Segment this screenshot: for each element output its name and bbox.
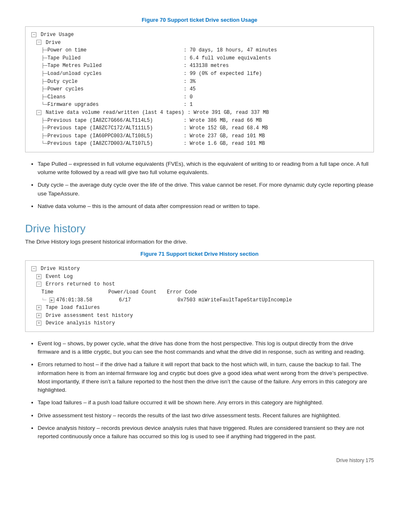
bullet2-item-4: Device analysis history – records previo… [38,424,374,441]
bullets2-list: Event log – shows, by power cycle, what … [38,339,374,441]
tree71-errors: − Errors returned to host [31,280,368,288]
collapse-icon-native[interactable]: − [36,110,41,115]
tree-native-row: − Native data volume read/written (last … [31,109,368,117]
figure71-title: Figure 71 Support ticket Drive History s… [25,251,374,257]
tree-root-label: − Drive Usage [31,31,174,39]
bullet2-item-3: Drive assessment test history – records … [38,411,374,420]
error-time: 476:01:38.58 [56,296,119,304]
tree-item-load-cycles: ├─Load/unload cycles : 99 (0% of expecte… [31,70,368,78]
drive-history-section: Drive history The Drive History logs pre… [25,222,374,441]
tree-tape-1: ├─Previous tape (IA8ZC7C172/ALT111L5) : … [31,124,368,132]
col-power-load: Power/Load Count [108,288,167,296]
tree-item-tape-pulled: ├─Tape Pulled : 6.4 full volume equivale… [31,54,368,62]
bullet1-item-1: Duty cycle – the average duty cycle over… [38,181,374,198]
error-power-load: 6/17 [119,296,177,304]
tree71-event-log: + Event Log [31,273,368,281]
expand-icon-event[interactable]: + [36,274,41,279]
bullet1-item-2: Native data volume – this is the amount … [38,202,374,211]
col-error-code: Error Code [167,288,197,296]
tree-drive-row: − Drive [31,39,368,47]
tree71-tape-load: + Tape load failures [31,304,368,312]
expand-icon-assessment[interactable]: + [36,313,41,318]
collapse-icon-errors[interactable]: − [36,282,41,287]
bullets1-list: Tape Pulled – expressed in full volume e… [38,160,374,211]
tree-item-duty-cycle: ├─Duty cycle : 3% [31,78,368,86]
error-code: 0x7503 miWriteFaultTapeStartUpIncomple [177,296,292,304]
tree-item-tape-metres: ├─Tape Metres Pulled : 413138 metres [31,62,368,70]
collapse-icon-drive[interactable]: − [36,40,41,45]
bullet2-item-1: Errors returned to host – if the drive h… [38,360,374,394]
tree-tape-2: ├─Previous tape (IA60PPC003/ALT108L5) : … [31,132,368,140]
tree-drive-label: − Drive [36,39,179,47]
tree-root-row: − Drive Usage [31,31,368,39]
page-footer: Drive history 175 [25,457,374,463]
bullet2-item-2: Tape load failures – if a push load fail… [38,398,374,407]
tree-item-cleans: ├─Cleans : 0 [31,93,368,101]
tree-tape-3: └─Previous tape (IA8ZC7D003/ALT107L5) : … [31,140,368,148]
bullet2-item-0: Event log – shows, by power cycle, what … [38,339,374,357]
drive-history-heading: Drive history [25,222,374,235]
expand-icon-device[interactable]: + [36,321,41,326]
expand-icon-tapeload[interactable]: + [36,305,41,310]
tree71-error-row: └─ ▶ 476:01:38.58 6/17 0x7503 miWriteFau… [31,296,368,304]
figure71-tree: − Drive History + Event Log − Errors ret… [25,260,374,332]
tree-item-power: ├─Power on time : 70 days, 18 hours, 47 … [31,46,368,54]
col-time: Time [41,288,108,296]
drive-history-intro: The Drive History logs present historica… [25,239,374,245]
collapse-icon-history[interactable]: − [31,266,36,271]
expand-icon-error[interactable]: ▶ [49,298,54,303]
tree-item-firmware: └─Firmware upgrades : 1 [31,101,368,109]
figure70-tree: − Drive Usage − Drive ├─Power on time : … [25,26,374,152]
bullet1-item-0: Tape Pulled – expressed in full volume e… [38,160,374,177]
tree71-drive-assessment: + Drive assessment test history [31,312,368,320]
footer-text: Drive history 175 [336,457,374,463]
figure70-title: Figure 70 Support ticket Drive section U… [25,17,374,23]
tree-item-power-cycles: ├─Power cycles : 45 [31,85,368,93]
tree-tape-0: ├─Previous tape (IA8ZC7G666/ALT114L5) : … [31,117,368,125]
tree71-device-analysis: + Device analysis history [31,319,368,327]
tree71-columns: Time Power/Load Count Error Code [31,288,368,296]
tree71-root: − Drive History [31,265,368,273]
figure70-section: Figure 70 Support ticket Drive section U… [25,17,374,211]
collapse-icon[interactable]: − [31,32,36,37]
